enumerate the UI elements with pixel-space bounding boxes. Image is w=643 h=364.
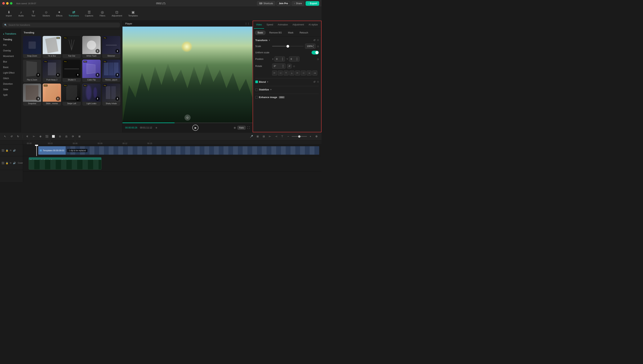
trim-left-button[interactable]: ⊢ — [31, 134, 37, 139]
timeline-fit-button[interactable]: ⊣ — [273, 134, 279, 139]
toolbar-audio[interactable]: ♪ Audio — [15, 9, 27, 18]
align-right-icon[interactable]: ⊤ — [284, 70, 288, 76]
enhance-checkbox[interactable] — [255, 96, 258, 99]
position-keyframe-icon[interactable]: ◇ — [317, 58, 319, 60]
position-x-stepper[interactable]: ▲ ▼ — [282, 57, 283, 61]
timeline-collapse[interactable]: ⊤ — [279, 134, 285, 139]
toolbar-effects[interactable]: ✦ Effects — [53, 9, 65, 18]
fullscreen-icon[interactable]: ⛶ — [247, 126, 250, 129]
uniform-scale-toggle[interactable] — [311, 51, 319, 54]
play-button[interactable]: ▶ — [192, 125, 198, 131]
transitions-header[interactable]: ● Transitions — [1, 31, 20, 37]
crop-icon[interactable]: ⊕ — [234, 126, 236, 129]
rotate-keyframe-icon[interactable]: ◇ — [293, 65, 295, 68]
timeline-zoom-in[interactable]: ⊞ — [255, 134, 260, 139]
template-track[interactable]: Templates 00:00:09:03 1 clip to be repla… — [38, 146, 319, 155]
blend-keyframe-icon[interactable]: ◇ — [317, 80, 319, 83]
cat-light-effect[interactable]: Light Effect — [1, 70, 20, 76]
speed-ramp-button[interactable]: ⊙ — [57, 134, 63, 139]
transition-card-shutter[interactable]: Pro ⬇ Shutter II — [63, 60, 81, 82]
cat-blur[interactable]: Blur — [1, 59, 20, 64]
close-button[interactable] — [2, 2, 5, 4]
player-progress-bar[interactable] — [123, 122, 252, 123]
toolbar-filters[interactable]: ◎ Filters — [97, 9, 108, 18]
align-spread-h-icon[interactable]: ⊸ — [306, 70, 311, 76]
transition-card-shaky[interactable]: Pro ⬇ Shaky Inhale — [102, 84, 120, 106]
transition-card-white-flash[interactable]: ⬇ White Flash — [82, 36, 101, 58]
transform-keyframe-icon[interactable]: ◇ — [317, 38, 319, 42]
transition-card-tilt-blur[interactable]: Pro Tilt & Blur — [43, 36, 61, 58]
align-bottom-icon[interactable]: ⊣ — [301, 70, 306, 76]
search-bar[interactable]: 🔍 — [2, 22, 120, 28]
tab-speed[interactable]: Speed — [264, 21, 275, 29]
transition-card-shimmer[interactable]: Pro ⬇ Shimmer — [102, 36, 120, 58]
flip-button[interactable]: ⚖ — [64, 134, 69, 139]
playhead[interactable] — [36, 145, 37, 156]
tab-video[interactable]: Video — [254, 21, 264, 29]
toolbar-import[interactable]: ⬇ Import — [3, 9, 15, 18]
track-caption-audio[interactable]: 🔊 — [13, 162, 16, 164]
cat-split[interactable]: Split — [1, 92, 20, 98]
stabilize-checkbox[interactable] — [255, 88, 258, 91]
subtab-remove-bg[interactable]: Remove BG — [266, 30, 284, 35]
rectangle-tool-button[interactable]: ⬜ — [51, 134, 56, 139]
subtab-basic[interactable]: Basic — [255, 30, 266, 35]
track-audio-icon[interactable]: 🔊 — [13, 149, 16, 152]
align-center-v-icon[interactable]: ⊢ — [295, 70, 300, 76]
transition-card-cubic-flip[interactable]: Pro ⬇ Cubic Flip — [82, 60, 101, 82]
transition-card-flip-zoom[interactable]: ⬇ Flip & Zoom — [23, 60, 41, 82]
track-lock-icon[interactable]: 🔒 — [6, 149, 9, 152]
blend-reset-icon[interactable]: ↺ — [313, 80, 315, 83]
scale-stepper[interactable]: ▲ ▼ — [313, 44, 314, 48]
transition-card-horiz[interactable]: Pro ⬇ Horizo...iptych — [102, 60, 120, 82]
transform-reset-icon[interactable]: ↺ — [313, 38, 315, 42]
align-left-icon[interactable]: ⊢ — [272, 70, 277, 76]
mic-button[interactable]: 🎤 — [249, 134, 254, 139]
subtab-retouch[interactable]: Retouch — [297, 30, 311, 35]
redo-button[interactable]: ↻ — [15, 134, 21, 139]
maximize-button[interactable] — [10, 2, 13, 4]
align-top-icon[interactable]: ⊥ — [289, 70, 294, 76]
select-tool-button[interactable]: ↖ — [2, 134, 8, 139]
join-pro-button[interactable]: Join Pro — [277, 1, 290, 6]
transition-card-light-leaks[interactable]: Pro ⬇ Light Leaks — [82, 84, 101, 106]
toolbar-captions[interactable]: ☰ Captions — [82, 9, 96, 18]
toolbar-stickers[interactable]: ☺ Stickers — [40, 9, 53, 18]
cat-pro[interactable]: Pro — [1, 42, 20, 48]
minimize-button[interactable] — [6, 2, 9, 4]
tab-ai-stylize[interactable]: AI stylize — [306, 21, 320, 29]
cat-overlay[interactable]: Overlay — [1, 48, 20, 53]
cat-distortion[interactable]: Distortion — [1, 81, 20, 86]
track-eye-icon[interactable]: 👁 — [10, 149, 12, 152]
toolbar-templates[interactable]: ▣ Templates — [126, 9, 140, 18]
transition-card-fan-out[interactable]: Pro Fan Out — [63, 36, 81, 58]
blend-checkbox[interactable] — [255, 80, 258, 83]
toolbar-text[interactable]: T Text — [28, 9, 39, 18]
search-input[interactable] — [9, 24, 118, 26]
timeline-zoom-out[interactable]: ⊟ — [261, 134, 266, 139]
align-spread-v-icon[interactable]: ⊶ — [312, 70, 317, 76]
cat-trending[interactable]: Trending — [1, 37, 20, 42]
undo-button[interactable]: ↺ — [9, 134, 14, 139]
cat-basic[interactable]: Basic — [1, 64, 20, 70]
cat-slide[interactable]: Slide — [1, 87, 20, 92]
timeline-zoom-minus[interactable]: − — [285, 134, 291, 139]
track-caption-lock[interactable]: 🔒 — [6, 162, 9, 164]
share-button[interactable]: ↑ Share — [292, 1, 304, 6]
split-track-button[interactable]: ⊢ — [267, 134, 272, 139]
rotate-stepper[interactable]: ▲ ▼ — [282, 64, 284, 68]
cat-movement[interactable]: Movement — [1, 54, 20, 59]
scale-slider[interactable] — [272, 46, 303, 46]
tab-animation[interactable]: Animation — [275, 21, 290, 29]
track-caption-eye[interactable]: 👁 — [10, 162, 12, 164]
transition-card-snapshot[interactable]: ⬇ Snapshot — [23, 84, 41, 106]
transition-card-swipe[interactable]: Pro ⬇ Swipe Left — [63, 84, 81, 106]
align-center-h-icon[interactable]: ⊣ — [278, 70, 283, 76]
ratio-button[interactable]: Ratio — [237, 126, 245, 130]
toolbar-adjustment[interactable]: ⊡ Adjustment — [109, 9, 125, 18]
scale-keyframe-icon[interactable]: ◇ — [317, 45, 319, 48]
timeline-settings[interactable]: ⚙ — [314, 134, 319, 139]
zoom-slider[interactable] — [292, 136, 307, 137]
transition-card-snap-zoom[interactable]: Snap Zoom — [23, 36, 41, 58]
crop-timeline-button[interactable]: ⊞ — [77, 134, 82, 139]
